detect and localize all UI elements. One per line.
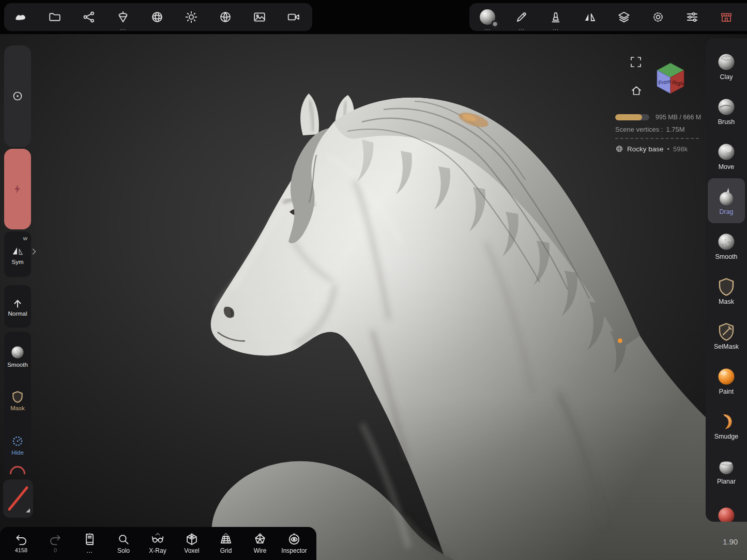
solo-button[interactable]: Solo [106,527,141,560]
pages-label: … [86,547,93,554]
smooth-label: Smooth [7,362,28,368]
app-logo-button[interactable] [9,6,32,28]
top-toolbar-left: … [4,3,312,31]
redo-icon [49,533,62,546]
menu-caret-icon [224,528,228,538]
tool-label: Smooth [715,253,737,260]
symmetry-mode-badge: W [23,236,28,241]
topology-button[interactable]: … [112,6,134,28]
normal-label: Normal [8,310,27,317]
menu-caret-icon [156,528,160,538]
symmetry-button[interactable] [578,6,601,28]
files-button[interactable] [43,6,66,28]
gear-icon [651,10,665,24]
sculpt-viewport[interactable]: Front Right 995 MB / 666 M Scene vertice… [0,0,747,560]
tool-smooth[interactable]: Smooth [708,223,745,268]
tool-label: Move [719,163,735,170]
fullscreen-button[interactable] [629,55,643,69]
matcap-gear-badge[interactable] [491,20,499,28]
brush-radius-slider[interactable] [4,45,31,147]
tool-clay[interactable]: Clay [708,43,745,88]
tool-paint[interactable]: Paint [708,358,745,403]
lighting-button[interactable] [180,6,203,28]
environment-button[interactable] [146,6,169,28]
camera-button[interactable] [282,6,305,28]
tool-mask[interactable]: Mask [708,268,745,313]
wire-button[interactable]: Wire [243,527,277,560]
voxel-button[interactable]: Voxel [175,527,209,560]
folder-icon [48,10,62,24]
layer-row[interactable]: Rocky base • 598k [615,145,705,153]
shop-icon [720,10,733,24]
move-tool-icon [716,142,737,162]
layers-button[interactable] [613,6,635,28]
quick-tools-panel: Smooth Mask Hide [4,332,31,474]
tool-label: Planar [717,478,736,485]
tool-label: SelMask [714,343,739,350]
hide-label: Hide [11,449,24,456]
zoom-scale-label: 1.90 [723,537,738,546]
tool-drag[interactable]: Drag [708,178,745,223]
quick-mask-button[interactable]: Mask [4,378,31,423]
tool-selmask[interactable]: SelMask [708,313,745,358]
shop-button[interactable] [715,6,738,28]
xray-label: X-Ray [149,547,166,554]
interface-settings-button[interactable] [681,6,704,28]
inspector-label: Inspector [281,547,307,554]
pages-button[interactable]: … [72,527,106,560]
submenu-dots: … [484,25,491,31]
clay-tool-icon [716,52,737,72]
memory-usage: 995 MB / 666 M [615,114,705,121]
smooth-sphere-icon [10,345,25,360]
no-color-slash-icon [3,479,33,518]
xray-button[interactable]: X-Ray [141,527,175,560]
navigation-cube[interactable]: Front Right [649,55,692,97]
home-view-button[interactable] [629,84,644,98]
clipped-red-tool[interactable] [10,466,25,474]
drag-tool-icon [716,186,737,207]
inspector-button[interactable]: Inspector [277,527,311,560]
material-button[interactable] [214,6,237,28]
tool-label: Paint [719,388,734,395]
grid-button[interactable]: Grid [209,527,243,560]
settings-button[interactable] [647,6,669,28]
quick-hide-button[interactable]: Hide [4,423,31,467]
brush-intensity-slider[interactable] [4,149,31,229]
stamp-brush-button[interactable]: … [544,6,567,28]
smudge-tool-icon [716,411,737,432]
hide-dots-icon [11,434,24,448]
video-camera-icon [287,10,300,24]
tool-move[interactable]: Move [708,133,745,178]
lathe-icon [116,10,130,24]
redo-button[interactable]: 0 [38,527,72,560]
tool-smudge[interactable]: Smudge [708,403,745,448]
sym-expand-chevron[interactable] [32,248,36,257]
tool-partial-clipped[interactable] [708,493,745,522]
tool-label: Brush [718,118,735,126]
undo-button[interactable]: 4158 [4,527,38,560]
arrow-up-icon [11,297,24,309]
submenu-dots: … [519,25,525,31]
pencil-icon [515,10,528,24]
tool-brush[interactable]: Brush [708,88,745,133]
active-color-swatch[interactable] [3,479,33,518]
brush-cursor-dot [618,338,622,343]
voxel-label: Voxel [184,547,199,554]
undo-count: 4158 [15,547,27,553]
solo-label: Solo [117,547,130,554]
brush-tool-icon [716,97,737,117]
symmetry-toggle[interactable]: W Sym [4,231,31,277]
matcap-preview-button[interactable]: … [476,6,499,28]
scene-stats: 995 MB / 666 M Scene vertices : 1.75M Ro… [615,114,705,153]
background-button[interactable] [248,6,271,28]
scene-vertices: Scene vertices : 1.75M [615,126,705,133]
tool-label: Smudge [714,433,739,440]
scene-graph-button[interactable] [78,6,100,28]
pencil-button[interactable]: … [510,6,533,28]
tool-planar[interactable]: Planar [708,448,745,493]
smooth-tool-icon [716,231,737,252]
stroke-normal-button[interactable]: Normal [4,285,31,328]
top-toolbar-right: … … … [469,3,747,31]
symmetry-triangles-icon [11,244,24,257]
quick-smooth-button[interactable]: Smooth [4,334,31,378]
